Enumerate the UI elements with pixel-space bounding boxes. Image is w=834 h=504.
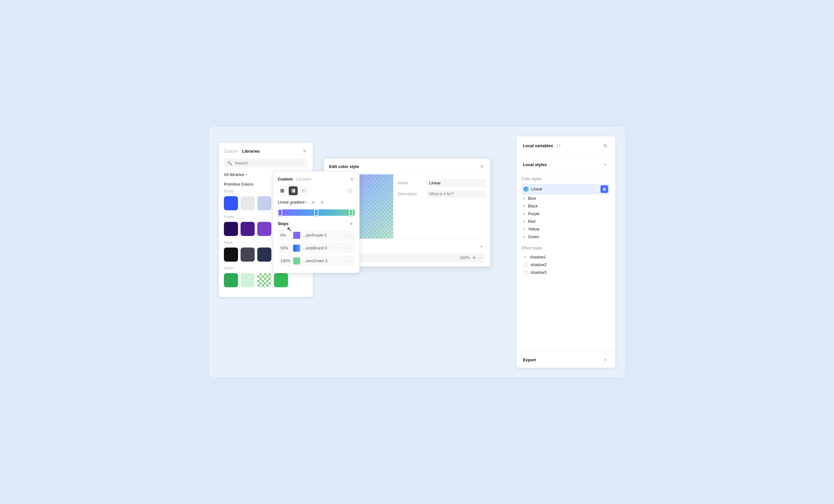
- swatch-green-3[interactable]: [257, 273, 271, 287]
- local-variables-section: Local variables 17 ⇅: [517, 136, 615, 155]
- chevron-yellow: [524, 228, 525, 230]
- solid-fill-icon[interactable]: [278, 186, 287, 195]
- chevron-blue: [524, 197, 525, 200]
- svg-rect-8: [302, 189, 306, 193]
- red-label: Red: [528, 219, 608, 224]
- copy-icon[interactable]: ⧉: [319, 199, 325, 206]
- linear-color-dot: [524, 187, 529, 192]
- linear-edit-action[interactable]: [600, 185, 608, 193]
- gradient-dropdown-arrow: ▾: [306, 201, 307, 204]
- blue-label: Blue: [528, 196, 608, 201]
- sun-icon-shadow1: ☀: [524, 255, 527, 259]
- swatch-brand-blue[interactable]: [224, 196, 238, 210]
- stop-row-50: 50% ...and/Brand 9 –: [278, 243, 355, 254]
- stop-preview-0[interactable]: [293, 232, 300, 239]
- export-section: Export +: [517, 351, 615, 368]
- description-field-row: Description: [398, 190, 486, 198]
- stop-name-0: ...ple/Purple 5: [303, 233, 344, 237]
- right-panel: Local variables 17 ⇅ Local styles + Colo…: [516, 136, 616, 368]
- stop-name-100: ...een/Green 3: [303, 259, 344, 263]
- stop-preview-100[interactable]: [293, 257, 300, 265]
- libraries-close-button[interactable]: ✕: [301, 148, 308, 154]
- swatch-purple-3[interactable]: [257, 222, 271, 236]
- swatch-green-4[interactable]: [274, 273, 288, 287]
- stop-remove-50[interactable]: –: [347, 245, 352, 251]
- swatch-green-2[interactable]: [241, 273, 255, 287]
- add-style-button[interactable]: +: [602, 161, 609, 168]
- description-field-label: Description: [398, 192, 423, 196]
- cp-type-icons-row: [278, 186, 355, 195]
- gradient-bar[interactable]: [278, 209, 355, 216]
- image-fill-icon[interactable]: [300, 186, 309, 195]
- add-property-button[interactable]: +: [478, 243, 485, 250]
- dropdown-arrow: ▾: [246, 173, 247, 176]
- chevron-black: [524, 205, 525, 207]
- gradient-icon-svg: [291, 189, 295, 193]
- style-item-shadow2[interactable]: shadow2: [522, 261, 610, 269]
- circle-icon-shadow3: [524, 270, 528, 275]
- shadow2-label: shadow2: [530, 262, 608, 267]
- style-item-linear[interactable]: Linear: [522, 184, 610, 194]
- prop-opacity: 100%: [460, 255, 469, 260]
- gradient-fill-icon[interactable]: [289, 186, 298, 195]
- chevron-green: [524, 236, 525, 238]
- swatch-purple-1[interactable]: [224, 222, 238, 236]
- swap-icon[interactable]: ⇄: [310, 199, 316, 206]
- grad-handle-50[interactable]: [314, 209, 319, 216]
- green-swatches: [224, 273, 308, 287]
- style-item-yellow[interactable]: Yellow: [522, 225, 610, 233]
- chevron-purple: [524, 212, 525, 215]
- cp-tabs: Custom Libraries: [278, 177, 311, 181]
- stop-preview-50[interactable]: [293, 245, 300, 252]
- add-stop-button[interactable]: +: [348, 220, 355, 227]
- grad-handle-0[interactable]: [278, 209, 282, 216]
- add-export-button[interactable]: +: [602, 356, 609, 363]
- style-item-blue[interactable]: Blue: [522, 194, 610, 202]
- style-item-purple[interactable]: Purple: [522, 210, 610, 218]
- style-item-red[interactable]: Red: [522, 218, 610, 225]
- linear-label: Linear: [531, 187, 598, 191]
- cp-tab-custom[interactable]: Custom: [278, 177, 293, 181]
- stops-section: Stops + 0% ...ple/Purple 5 – ↖ 50% ...an…: [278, 220, 355, 267]
- export-label: Export: [523, 358, 536, 362]
- style-item-black[interactable]: Black: [522, 202, 610, 210]
- swatch-black-2[interactable]: [241, 248, 255, 261]
- diamond-icon[interactable]: [346, 186, 355, 195]
- search-input[interactable]: [235, 161, 304, 165]
- gradient-type-label[interactable]: Linear gradient ▾: [278, 200, 307, 205]
- remove-property-button[interactable]: –: [479, 255, 482, 261]
- cp-close-button[interactable]: ✕: [348, 176, 355, 182]
- svg-point-5: [605, 190, 606, 191]
- purple-label: Purple: [528, 212, 608, 216]
- black-label: Black: [528, 204, 608, 208]
- custom-panel-header: Custom Libraries ✕: [278, 176, 355, 182]
- grad-handle-100[interactable]: [349, 209, 353, 216]
- edit-panel-close-button[interactable]: ✕: [479, 163, 485, 169]
- swatch-brand-light-blue[interactable]: [257, 196, 271, 210]
- style-item-green[interactable]: Green: [522, 233, 610, 241]
- name-field-input[interactable]: [426, 179, 486, 187]
- swatch-brand-white[interactable]: [241, 196, 255, 210]
- all-libraries-dropdown[interactable]: All libraries ▾: [224, 172, 247, 177]
- cp-tab-libraries[interactable]: Libraries: [296, 177, 311, 181]
- tab-custom[interactable]: Custom: [224, 149, 238, 154]
- stop-row-0: 0% ...ple/Purple 5 – ↖: [278, 230, 355, 241]
- chevron-red: [524, 220, 525, 223]
- style-item-shadow1[interactable]: ☀ shadow1: [522, 253, 610, 261]
- stop-remove-0[interactable]: –: [347, 232, 352, 238]
- tab-libraries[interactable]: Libraries: [242, 149, 260, 154]
- image-icon-svg: [302, 189, 306, 193]
- adjust-icon[interactable]: ⇅: [602, 142, 609, 149]
- stop-remove-100[interactable]: –: [347, 258, 352, 264]
- description-field-input[interactable]: [426, 190, 486, 198]
- style-item-shadow3[interactable]: shadow3: [522, 269, 610, 276]
- svg-rect-6: [280, 189, 284, 193]
- swatch-purple-2[interactable]: [241, 222, 255, 236]
- swatch-black-3[interactable]: [257, 248, 271, 261]
- swatch-black-1[interactable]: [224, 248, 238, 261]
- swatch-green-1[interactable]: [224, 273, 238, 287]
- eye-icon[interactable]: 👁: [472, 255, 476, 260]
- cp-type-icons: [278, 186, 309, 195]
- stops-title: Stops +: [278, 220, 355, 227]
- svg-point-4: [603, 189, 604, 190]
